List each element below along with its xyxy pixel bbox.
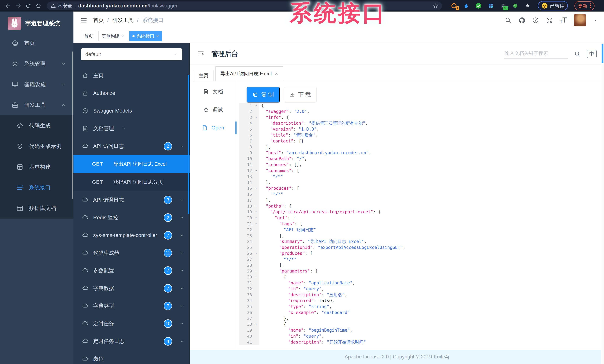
sidebar-item-首页[interactable]: 首页 bbox=[0, 33, 74, 53]
code-line: 8}, bbox=[239, 144, 604, 150]
sidebar-item-label: 基础设施 bbox=[24, 81, 46, 88]
sidebar-item-基础设施[interactable]: 基础设施 bbox=[0, 74, 74, 95]
swagger-menu-item-岗位[interactable]: 岗位 bbox=[74, 350, 190, 364]
fold-arrow-icon[interactable]: ▾ bbox=[253, 186, 259, 191]
fold-arrow-icon[interactable]: ▾ bbox=[253, 268, 259, 274]
swagger-menu-item-Swagger Models[interactable]: Swagger Models bbox=[74, 102, 190, 120]
fold-arrow-icon[interactable]: ▾ bbox=[253, 274, 259, 280]
bookmark-star-icon[interactable] bbox=[433, 3, 438, 9]
collapse-menu-icon[interactable] bbox=[197, 50, 204, 58]
sidebar-item-研发工具[interactable]: 研发工具 bbox=[0, 95, 74, 115]
fold-arrow-icon[interactable]: ▾ bbox=[253, 203, 259, 209]
extension-green-bug[interactable] bbox=[512, 2, 519, 10]
app-sidebar: 芋道管理系统 首页系统管理基础设施研发工具代码生成代码生成示例表单构建系统接口数… bbox=[0, 12, 74, 364]
line-number: 10 bbox=[239, 156, 253, 162]
extension-orange-ring[interactable]: 1 bbox=[450, 2, 458, 10]
back-icon[interactable] bbox=[4, 2, 12, 10]
swagger-menu-item-代码生成器[interactable]: 代码生成器11 bbox=[74, 244, 190, 262]
doc-nav-label: 调试 bbox=[213, 106, 223, 113]
user-avatar[interactable] bbox=[574, 14, 586, 26]
api-group-select[interactable]: default bbox=[81, 48, 182, 60]
fold-arrow-icon[interactable]: ▾ bbox=[253, 215, 259, 221]
extension-blue-drop[interactable] bbox=[463, 2, 470, 10]
doc-search-box[interactable] bbox=[504, 49, 568, 59]
swagger-menu-item-参数配置[interactable]: 参数配置7 bbox=[74, 262, 190, 279]
swagger-menu-item-Redis 监控[interactable]: Redis 监控2 bbox=[74, 209, 190, 226]
fold-arrow-icon[interactable]: ▾ bbox=[253, 221, 259, 227]
swagger-menu-item-主页[interactable]: 主页 bbox=[74, 67, 190, 84]
fold-arrow-icon[interactable]: ▾ bbox=[253, 209, 259, 215]
swagger-menu-item-sys-sms-template-controller[interactable]: sys-sms-template-controller7 bbox=[74, 226, 190, 244]
address-bar[interactable]: 不安全 dashboard.yudao.iocoder.cn /tool/swa… bbox=[47, 1, 442, 10]
code-text: ], bbox=[259, 197, 271, 203]
tag-tab-表单构建[interactable]: 表单构建× bbox=[98, 31, 127, 41]
content-scrollbar[interactable] bbox=[601, 43, 604, 364]
fold-arrow-icon[interactable]: ▾ bbox=[253, 321, 259, 327]
content-scrollbar-thumb[interactable] bbox=[602, 44, 604, 63]
sidebar-toggle-icon[interactable] bbox=[80, 17, 88, 24]
chevron-down-icon[interactable] bbox=[593, 18, 597, 22]
fullscreen-icon[interactable] bbox=[546, 17, 553, 24]
close-icon[interactable]: × bbox=[156, 34, 159, 39]
doc-tab-导出API 访问日志 Excel[interactable]: 导出API 访问日志 Excel× bbox=[215, 66, 283, 81]
home-icon[interactable] bbox=[34, 2, 42, 10]
breadcrumb-item[interactable]: 首页 bbox=[93, 17, 104, 24]
swagger-menu-item-字典类型[interactable]: 字典类型7 bbox=[74, 297, 190, 315]
sidebar-subitem-代码生成[interactable]: 代码生成 bbox=[0, 115, 74, 136]
extension-green-check[interactable] bbox=[475, 2, 482, 10]
api-operation-获得API 访问日志分页[interactable]: GET获得API 访问日志分页 bbox=[74, 173, 190, 191]
swagger-menu-item-API 错误日志[interactable]: API 错误日志3 bbox=[74, 191, 190, 209]
sidebar-subitem-系统接口[interactable]: 系统接口 bbox=[0, 177, 74, 198]
extension-white-pin[interactable] bbox=[524, 2, 531, 10]
swagger-menu-item-Authorize[interactable]: Authorize bbox=[74, 84, 190, 102]
api-operation-导出API 访问日志 Excel[interactable]: GET导出API 访问日志 Excel bbox=[74, 155, 190, 173]
code-text: "x-example": "dashboard" bbox=[259, 310, 350, 316]
browser-menu-icon[interactable] bbox=[590, 3, 591, 8]
code-editor[interactable]: 1▾{2"swagger": "2.0",3▾"info": {4"descri… bbox=[239, 103, 604, 345]
doc-search-input[interactable] bbox=[504, 50, 568, 56]
sidebar-subitem-表单构建[interactable]: 表单构建 bbox=[0, 157, 74, 177]
tag-tab-首页[interactable]: 首页 bbox=[81, 31, 96, 41]
doc-nav-调试[interactable]: 调试 bbox=[190, 101, 236, 119]
doc-nav-Open[interactable]: Open bbox=[190, 119, 236, 137]
download-button[interactable]: 下 载 bbox=[284, 87, 316, 102]
close-icon[interactable]: × bbox=[121, 34, 124, 39]
fold-gutter bbox=[253, 126, 259, 132]
code-line: 27"*/*" bbox=[239, 256, 604, 263]
fold-arrow-icon[interactable]: ▾ bbox=[253, 168, 259, 174]
update-button[interactable]: 更新 bbox=[574, 1, 594, 10]
github-icon[interactable] bbox=[518, 17, 525, 24]
sidebar-subitem-数据库文档[interactable]: 数据库文档 bbox=[0, 198, 74, 219]
line-number: 38 bbox=[239, 321, 253, 327]
swagger-menu-label: 参数配置 bbox=[93, 267, 114, 274]
doc-nav-文档[interactable]: 文档 bbox=[190, 83, 236, 101]
extension-blue-grid[interactable] bbox=[487, 2, 494, 10]
font-size-icon[interactable]: TT bbox=[560, 16, 567, 24]
copy-button[interactable]: 复 制 bbox=[247, 87, 280, 102]
fold-arrow-icon[interactable]: ▾ bbox=[253, 103, 259, 109]
breadcrumb-item[interactable]: 研发工具 bbox=[112, 17, 134, 24]
doc-tab-主页[interactable]: 主页 bbox=[194, 70, 214, 81]
swagger-menu-item-定时任务日志[interactable]: 定时任务日志4 bbox=[74, 332, 190, 350]
extension-dark-box[interactable]: 6h bbox=[499, 2, 507, 10]
swagger-menu-item-字典数据[interactable]: 字典数据7 bbox=[74, 279, 190, 297]
language-switch-icon[interactable]: 中 bbox=[587, 50, 597, 58]
swagger-menu-item-定时任务[interactable]: 定时任务10 bbox=[74, 315, 190, 332]
sidebar-item-系统管理[interactable]: 系统管理 bbox=[0, 53, 74, 74]
swagger-sidebar-scrollbar[interactable] bbox=[188, 75, 189, 214]
close-icon[interactable]: × bbox=[275, 71, 278, 77]
help-icon[interactable] bbox=[532, 17, 539, 24]
tag-tab-系统接口[interactable]: 系统接口× bbox=[129, 31, 162, 41]
app-sidebar-scrollbar[interactable] bbox=[72, 51, 73, 199]
fold-arrow-icon[interactable]: ▾ bbox=[253, 114, 259, 121]
swagger-menu-item-文档管理[interactable]: 文档管理 bbox=[74, 120, 190, 137]
swagger-menu-item-API 访问日志[interactable]: API 访问日志2 bbox=[74, 137, 190, 155]
fold-arrow-icon[interactable]: ▾ bbox=[253, 251, 259, 256]
fold-gutter bbox=[253, 156, 259, 162]
reload-icon[interactable] bbox=[24, 2, 32, 10]
profile-paused-pill[interactable]: 已暂停 bbox=[538, 1, 568, 10]
search-icon[interactable] bbox=[505, 17, 511, 24]
sidebar-subitem-代码生成示例[interactable]: 代码生成示例 bbox=[0, 136, 74, 157]
forward-icon[interactable] bbox=[14, 2, 22, 10]
doc-search-icon[interactable] bbox=[574, 51, 580, 57]
